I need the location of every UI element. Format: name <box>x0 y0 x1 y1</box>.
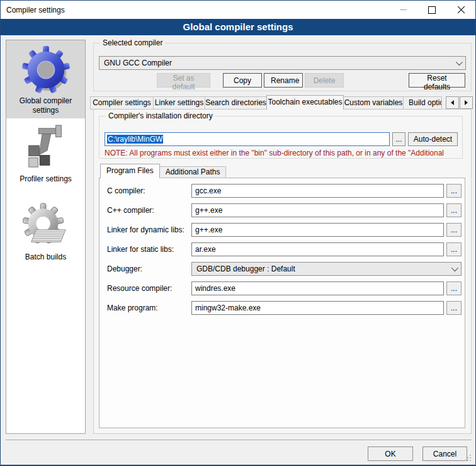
field-row-cpp-compiler: C++ compiler: g++.exe ... <box>99 203 465 217</box>
sidebar-item-profiler-settings[interactable]: Profiler settings <box>6 118 85 196</box>
compiler-select[interactable]: GNU GCC Compiler <box>99 56 466 70</box>
sidebar-item-label: Global compiler settings <box>6 96 85 115</box>
arrow-left-icon <box>451 100 454 105</box>
subtab-additional-paths[interactable]: Additional Paths <box>159 166 227 178</box>
tab-scroll-left-button[interactable] <box>446 96 459 109</box>
titlebar: Compiler settings <box>1 1 475 19</box>
installation-directory-group-label: Compiler's installation directory <box>106 111 215 121</box>
cpp-compiler-value: g++.exe <box>195 206 222 215</box>
debugger-select[interactable]: GDB/CDB debugger : Default <box>191 262 462 276</box>
installation-directory-input[interactable]: C:\raylib\MinGW <box>105 132 390 146</box>
dynamic-linker-browse-button[interactable]: ... <box>446 223 462 237</box>
field-row-static-linker: Linker for static libs: ar.exe ... <box>99 242 465 256</box>
make-program-input[interactable]: mingw32-make.exe <box>191 301 444 315</box>
installation-directory-browse-button[interactable]: ... <box>392 132 405 146</box>
bin-subdirectory-note: NOTE: All programs must exist either in … <box>105 149 458 157</box>
c-compiler-input[interactable]: gcc.exe <box>191 184 444 198</box>
chevron-down-icon <box>456 59 463 65</box>
tab-toolchain-executables[interactable]: Toolchain executables <box>266 95 344 110</box>
chevron-down-icon <box>451 264 458 271</box>
dynamic-linker-input[interactable]: g++.exe <box>191 223 444 237</box>
resource-compiler-value: windres.exe <box>195 284 235 293</box>
field-row-debugger: Debugger: GDB/CDB debugger : Default <box>99 262 465 276</box>
sidebar-item-global-compiler-settings[interactable]: Global compiler settings <box>6 40 85 118</box>
cpp-compiler-browse-button[interactable]: ... <box>446 203 462 217</box>
compiler-select-value: GNU GCC Compiler <box>104 59 172 67</box>
delete-button[interactable]: Delete <box>305 73 344 88</box>
dialog-banner: Global compiler settings <box>1 19 475 35</box>
toolchain-executables-panel: Compiler's installation directory C:\ray… <box>93 109 472 434</box>
set-as-default-button[interactable]: Set as default <box>157 73 210 88</box>
gray-gear-stack-icon <box>21 202 71 251</box>
arrow-right-icon <box>465 100 468 105</box>
compiler-actions: Set as default Copy Rename Delete Reset … <box>94 73 465 88</box>
c-compiler-browse-button[interactable]: ... <box>446 184 462 198</box>
static-linker-value: ar.exe <box>195 245 216 254</box>
settings-tabstrip: Compiler settings Linker settings Search… <box>90 95 444 110</box>
banner-title: Global compiler settings <box>183 21 293 32</box>
c-compiler-value: gcc.exe <box>195 186 221 195</box>
window-title: Compiler settings <box>1 6 65 14</box>
make-program-browse-button[interactable]: ... <box>446 301 462 315</box>
static-linker-browse-button[interactable]: ... <box>446 242 462 256</box>
sidebar-item-label: Profiler settings <box>20 174 72 184</box>
static-linker-input[interactable]: ar.exe <box>191 242 444 256</box>
selected-compiler-group: Selected compiler GNU GCC Compiler Set a… <box>93 43 472 91</box>
blue-gear-icon <box>21 45 71 94</box>
maximize-button[interactable] <box>417 1 446 19</box>
footer-separator <box>6 440 472 440</box>
copy-button[interactable]: Copy <box>223 73 262 88</box>
field-label: C compiler: <box>107 184 145 198</box>
ok-button[interactable]: OK <box>368 446 413 461</box>
make-program-value: mingw32-make.exe <box>195 304 261 312</box>
tab-compiler-settings[interactable]: Compiler settings <box>90 96 154 110</box>
field-label: Debugger: <box>107 262 142 276</box>
field-row-dynamic-linker: Linker for dynamic libs: g++.exe ... <box>99 223 465 237</box>
field-label: Resource compiler: <box>107 281 172 295</box>
cancel-button[interactable]: Cancel <box>422 446 467 461</box>
field-label: C++ compiler: <box>107 203 154 217</box>
close-icon <box>457 6 465 14</box>
dynamic-linker-value: g++.exe <box>195 225 222 234</box>
tab-scroll-arrows <box>445 96 473 109</box>
resource-compiler-input[interactable]: windres.exe <box>191 281 444 295</box>
field-label: Make program: <box>107 301 158 315</box>
caption-buttons <box>388 1 475 19</box>
minimize-button[interactable] <box>388 1 417 19</box>
selected-compiler-group-label: Selected compiler <box>100 38 165 48</box>
cpp-compiler-input[interactable]: g++.exe <box>191 203 444 217</box>
tab-scroll-right-button[interactable] <box>460 96 473 109</box>
field-label: Linker for dynamic libs: <box>107 223 184 237</box>
tab-build-options[interactable]: Build options <box>403 96 442 110</box>
tab-linker-settings[interactable]: Linker settings <box>153 96 205 110</box>
subtab-program-files[interactable]: Program Files <box>100 164 160 178</box>
resize-grip[interactable] <box>470 460 471 461</box>
minimize-icon <box>400 9 407 10</box>
reset-defaults-button[interactable]: Reset defaults <box>409 73 465 88</box>
debugger-value: GDB/CDB debugger : Default <box>196 264 295 273</box>
tab-custom-variables[interactable]: Custom variables <box>343 96 404 110</box>
field-label: Linker for static libs: <box>107 242 174 256</box>
field-row-make-program: Make program: mingw32-make.exe ... <box>99 301 465 315</box>
sidebar-item-label: Batch builds <box>25 253 66 262</box>
resource-compiler-browse-button[interactable]: ... <box>446 281 462 295</box>
auto-detect-button[interactable]: Auto-detect <box>408 132 458 146</box>
installation-directory-group: Compiler's installation directory C:\ray… <box>99 116 463 159</box>
close-button[interactable] <box>446 1 475 19</box>
field-row-resource-compiler: Resource compiler: windres.exe ... <box>99 281 465 295</box>
program-files-panel: C compiler: gcc.exe ... C++ compiler: g+… <box>99 178 465 428</box>
compiler-settings-window: Compiler settings Global compiler settin… <box>0 0 476 466</box>
rename-button[interactable]: Rename <box>264 73 303 88</box>
program-files-tabstrip: Program Files Additional Paths <box>100 164 226 178</box>
caliper-blocks-icon <box>21 123 71 173</box>
maximize-icon <box>428 6 436 14</box>
installation-directory-value: C:\raylib\MinGW <box>107 135 163 144</box>
settings-category-list: Global compiler settings Profiler settin… <box>6 40 86 434</box>
sidebar-item-batch-builds[interactable]: Batch builds <box>6 196 85 275</box>
tab-search-directories[interactable]: Search directories <box>205 96 267 110</box>
field-row-c-compiler: C compiler: gcc.exe ... <box>99 184 465 198</box>
